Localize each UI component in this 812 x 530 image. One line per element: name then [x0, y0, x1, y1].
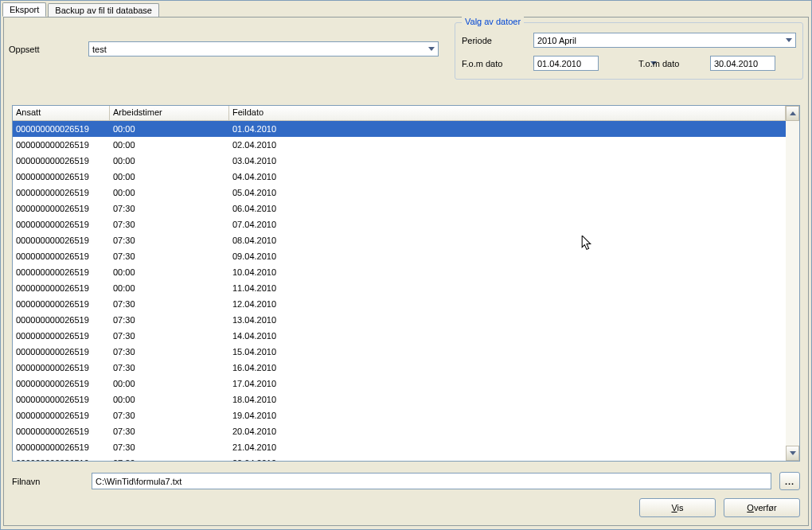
table-row[interactable]: 00000000002651907:3009.04.2010: [13, 248, 786, 264]
table-row[interactable]: 00000000002651907:3014.04.2010: [13, 328, 786, 344]
table-row[interactable]: 00000000002651907:3007.04.2010: [13, 216, 786, 232]
tom-date-combo[interactable]: [710, 56, 775, 71]
cell-arbeidstimer: 07:30: [110, 299, 229, 309]
cell-arbeidstimer: 07:30: [110, 458, 229, 461]
table-row[interactable]: 00000000002651907:3021.04.2010: [13, 439, 786, 455]
table-row[interactable]: 00000000002651900:0004.04.2010: [13, 169, 786, 185]
filnavn-input-wrap[interactable]: [92, 473, 771, 489]
cell-arbeidstimer: 07:30: [110, 204, 229, 213]
table-row[interactable]: 00000000002651900:0002.04.2010: [13, 137, 786, 153]
tom-date-input[interactable]: [711, 57, 812, 70]
cell-feildato: 22.04.2010: [229, 458, 786, 461]
cell-arbeidstimer: 07:30: [110, 236, 229, 245]
cell-feildato: 20.04.2010: [229, 427, 786, 436]
cell-feildato: 05.04.2010: [229, 188, 786, 197]
cell-feildato: 13.04.2010: [229, 315, 786, 325]
table-row[interactable]: 00000000002651907:3006.04.2010: [13, 201, 786, 216]
tab-backup[interactable]: Backup av fil til database: [48, 3, 159, 17]
col-arbeidstimer[interactable]: Arbeidstimer: [110, 106, 229, 120]
cell-ansatt: 000000000026519: [13, 347, 110, 357]
oppsett-combo[interactable]: [88, 41, 439, 57]
col-ansatt[interactable]: Ansatt: [13, 106, 110, 120]
table-row[interactable]: 00000000002651907:3012.04.2010: [13, 296, 786, 312]
periode-input[interactable]: [534, 33, 782, 47]
browse-button[interactable]: ...: [779, 472, 800, 490]
table-row[interactable]: 00000000002651907:3020.04.2010: [13, 423, 786, 439]
table-row[interactable]: 00000000002651907:3013.04.2010: [13, 312, 786, 328]
cell-feildato: 06.04.2010: [229, 204, 786, 213]
scroll-down-button[interactable]: [786, 446, 799, 461]
table-row[interactable]: 00000000002651907:3019.04.2010: [13, 407, 786, 423]
cell-ansatt: 000000000026519: [13, 140, 110, 150]
oppsett-row: Oppsett: [9, 41, 439, 57]
table-row[interactable]: 00000000002651900:0005.04.2010: [13, 185, 786, 201]
cell-feildato: 16.04.2010: [229, 363, 786, 372]
vis-button[interactable]: Vis: [639, 498, 716, 517]
export-panel: Oppsett Valg av datoer Periode F.o.m dat…: [3, 17, 809, 526]
cell-arbeidstimer: 00:00: [110, 283, 229, 293]
cell-ansatt: 000000000026519: [13, 283, 110, 293]
fom-label: F.o.m dato: [462, 59, 525, 68]
overfor-mnemonic: O: [747, 503, 754, 512]
cell-ansatt: 000000000026519: [13, 331, 110, 341]
table-row[interactable]: 00000000002651900:0017.04.2010: [13, 376, 786, 392]
tab-strip: Eksport Backup av fil til database: [1, 1, 811, 17]
cell-arbeidstimer: 00:00: [110, 395, 229, 404]
cell-arbeidstimer: 07:30: [110, 363, 229, 372]
tom-label: T.o.m dato: [638, 59, 702, 68]
cell-feildato: 12.04.2010: [229, 299, 786, 309]
chevron-down-icon[interactable]: [782, 33, 795, 47]
cell-ansatt: 000000000026519: [13, 411, 110, 420]
scroll-up-button[interactable]: [786, 106, 799, 121]
table-row[interactable]: 00000000002651907:3022.04.2010: [13, 455, 786, 461]
cell-feildato: 19.04.2010: [229, 411, 786, 420]
table-row[interactable]: 00000000002651900:0001.04.2010: [13, 121, 786, 137]
app-window: Eksport Backup av fil til database Oppse…: [0, 0, 812, 530]
cell-arbeidstimer: 00:00: [110, 172, 229, 181]
cell-feildato: 01.04.2010: [229, 124, 786, 134]
cell-feildato: 10.04.2010: [229, 267, 786, 277]
button-row: Vis Overfør: [639, 498, 800, 517]
grid-body[interactable]: 00000000002651900:0001.04.20100000000000…: [13, 121, 786, 461]
cell-feildato: 03.04.2010: [229, 156, 786, 166]
cell-feildato: 08.04.2010: [229, 236, 786, 245]
cell-feildato: 04.04.2010: [229, 172, 786, 181]
table-row[interactable]: 00000000002651907:3008.04.2010: [13, 232, 786, 248]
date-legend: Valg av datoer: [462, 17, 524, 26]
overfor-button[interactable]: Overfør: [724, 498, 800, 517]
cell-arbeidstimer: 07:30: [110, 331, 229, 341]
filnavn-row: Filnavn ...: [12, 472, 800, 490]
periode-row: Periode: [462, 33, 796, 48]
cell-arbeidstimer: 07:30: [110, 347, 229, 357]
cell-ansatt: 000000000026519: [13, 236, 110, 245]
vertical-scrollbar[interactable]: [786, 106, 799, 461]
chevron-up-icon: [790, 111, 796, 115]
data-grid: Ansatt Arbeidstimer Feildato 00000000002…: [12, 105, 800, 462]
table-row[interactable]: 00000000002651900:0010.04.2010: [13, 264, 786, 280]
col-feildato[interactable]: Feildato: [229, 106, 786, 120]
oppsett-input[interactable]: [89, 42, 424, 56]
cell-arbeidstimer: 07:30: [110, 315, 229, 325]
fom-date-combo[interactable]: [533, 56, 599, 71]
periode-label: Periode: [462, 36, 525, 45]
periode-combo[interactable]: [533, 33, 796, 48]
cell-feildato: 21.04.2010: [229, 442, 786, 452]
chevron-down-icon[interactable]: [424, 42, 438, 56]
scroll-track[interactable]: [786, 121, 799, 446]
table-row[interactable]: 00000000002651900:0011.04.2010: [13, 280, 786, 296]
cell-ansatt: 000000000026519: [13, 124, 110, 134]
table-row[interactable]: 00000000002651907:3015.04.2010: [13, 344, 786, 360]
table-row[interactable]: 00000000002651900:0018.04.2010: [13, 392, 786, 407]
cell-ansatt: 000000000026519: [13, 267, 110, 277]
cell-ansatt: 000000000026519: [13, 251, 110, 261]
tab-eksport[interactable]: Eksport: [2, 2, 46, 17]
cell-ansatt: 000000000026519: [13, 395, 110, 404]
table-row[interactable]: 00000000002651900:0003.04.2010: [13, 153, 786, 169]
cell-ansatt: 000000000026519: [13, 363, 110, 372]
table-row[interactable]: 00000000002651907:3016.04.2010: [13, 360, 786, 376]
fom-date-input[interactable]: [534, 57, 650, 70]
oppsett-label: Oppsett: [9, 45, 80, 54]
cell-arbeidstimer: 07:30: [110, 220, 229, 229]
filnavn-input[interactable]: [92, 477, 771, 486]
cell-arbeidstimer: 07:30: [110, 251, 229, 261]
